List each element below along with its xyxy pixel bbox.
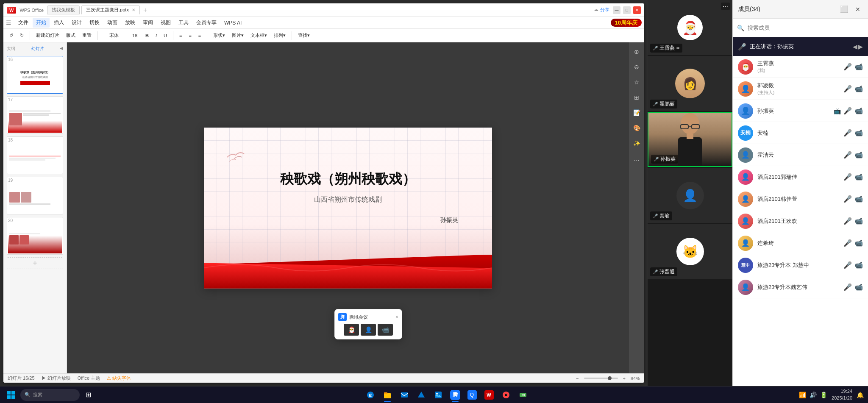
member-video-hotel-guo[interactable]: 📹 — [854, 173, 863, 181]
tb-align-left[interactable]: ≡ — [177, 32, 184, 39]
member-video-wang[interactable]: 📹 — [854, 63, 863, 71]
member-video-hotel-wang[interactable]: 📹 — [854, 217, 863, 225]
slide-thumb-16[interactable]: 16 秧歌戏（朔州秧歌戏） 山西省朔州市传统戏剧 — [7, 56, 63, 94]
add-slide-btn[interactable]: + — [7, 257, 63, 269]
tb-underline[interactable]: U — [161, 32, 170, 39]
rt-zoom-out[interactable]: ⊖ — [631, 61, 643, 73]
member-video-lian[interactable]: 📹 — [854, 239, 863, 247]
wps-restore-btn[interactable]: □ — [623, 6, 631, 14]
edit-icon-wang[interactable]: ✏ — [676, 46, 680, 50]
taskbar-clock[interactable]: 19:24 2025/1/20 — [832, 388, 852, 401]
member-video-sun[interactable]: 📹 — [854, 107, 863, 115]
tb-new-slide[interactable]: 新建幻灯片 — [33, 31, 62, 39]
menu-animation[interactable]: 动画 — [104, 18, 121, 28]
taskbar-search-box[interactable]: 🔍 搜索 — [20, 389, 80, 401]
taskbar-app-edge[interactable] — [363, 387, 378, 403]
tb-italic[interactable]: I — [153, 32, 159, 39]
wps-share-btn[interactable]: 分享 — [600, 7, 609, 13]
taskbar-task-view[interactable]: ⊞ — [81, 388, 95, 402]
member-mic-hotel-guo[interactable]: 🎤 — [843, 173, 852, 181]
taskbar-app-store[interactable] — [414, 387, 429, 403]
rt-animation[interactable]: ✨ — [631, 137, 643, 149]
popup-close-btn[interactable]: × — [395, 314, 398, 320]
wps-tab-pptx[interactable]: 三次课主题党日.pptx ✕ — [81, 6, 140, 14]
slide-thumb-20[interactable]: 20 — [7, 217, 63, 255]
menu-switch[interactable]: 切换 — [86, 18, 103, 28]
arrow-left[interactable]: ◀ — [853, 43, 857, 50]
tb-align-center[interactable]: ≡ — [186, 32, 194, 39]
rt-notes[interactable]: 📝 — [631, 107, 643, 119]
status-font-warning[interactable]: ⚠ 缺失字体 — [107, 375, 131, 381]
member-mic-wei[interactable]: 🎤 — [843, 283, 852, 291]
member-video-guo[interactable]: 📹 — [854, 85, 863, 93]
menu-design[interactable]: 设计 — [68, 18, 85, 28]
rt-zoom-in[interactable]: ⊕ — [631, 46, 643, 58]
panel-collapse[interactable]: ◀ — [60, 46, 63, 52]
member-video-an[interactable]: 📹 — [854, 129, 863, 137]
menu-tools[interactable]: 工具 — [175, 18, 192, 28]
wps-minimize-btn[interactable]: — — [613, 6, 620, 14]
slide-thumb-17[interactable]: 17 — [7, 96, 63, 134]
taskbar-app-photos[interactable] — [431, 387, 446, 403]
member-mic-wang[interactable]: 🎤 — [843, 63, 852, 71]
menu-file[interactable]: 文件 — [15, 18, 32, 28]
slide-thumb-18[interactable]: 18 — [7, 136, 63, 174]
member-mic-lei[interactable]: 🎤 — [843, 151, 852, 159]
wps-hamburger-menu[interactable]: ☰ — [6, 19, 11, 26]
taskbar-start-btn[interactable] — [3, 388, 19, 402]
tb-textbox[interactable]: 文本框▾ — [248, 31, 270, 39]
new-tab-btn[interactable]: + — [143, 6, 147, 14]
rt-layout[interactable]: ⊞ — [631, 92, 643, 103]
panel-outline-tab[interactable]: 大纲 — [7, 46, 15, 52]
rt-theme[interactable]: 🎨 — [631, 122, 643, 134]
member-video-hotel-han[interactable]: 📹 — [854, 195, 863, 203]
taskbar-app-wps[interactable]: W — [481, 387, 497, 403]
tb-reset[interactable]: 重置 — [80, 31, 94, 39]
status-zoom-in[interactable]: + — [623, 376, 626, 381]
video-more-wang[interactable]: ··· — [721, 3, 730, 10]
menu-ai[interactable]: WPS AI — [221, 19, 245, 27]
member-mic-guo[interactable]: 🎤 — [843, 85, 852, 93]
rt-more[interactable]: … — [631, 153, 643, 164]
member-video-zheng[interactable]: 📹 — [854, 261, 863, 269]
menu-insert[interactable]: 插入 — [50, 18, 67, 28]
taskbar-notification-icon[interactable]: 🔔 — [856, 391, 865, 399]
tb-shapes[interactable]: 形状▾ — [211, 31, 228, 39]
tb-font-name[interactable]: 宋体 — [101, 31, 127, 39]
taskbar-battery-icon[interactable]: 🔋 — [819, 391, 828, 399]
tb-arrange[interactable]: 排列▾ — [271, 31, 288, 39]
member-mic-zheng[interactable]: 🎤 — [843, 261, 852, 269]
members-search-input[interactable] — [748, 25, 864, 31]
slide-thumb-19[interactable]: 19 — [7, 177, 63, 214]
wps-close-btn[interactable]: ✕ — [633, 6, 641, 14]
tb-align-right[interactable]: ≡ — [196, 32, 203, 39]
panel-slide-tab[interactable]: 幻灯片 — [31, 46, 44, 52]
menu-view[interactable]: 视图 — [157, 18, 174, 28]
menu-start[interactable]: 开始 — [33, 18, 50, 28]
member-mic-an[interactable]: 🎤 — [843, 129, 852, 137]
rt-star[interactable]: ☆ — [631, 76, 643, 88]
status-zoom-out[interactable]: − — [576, 376, 579, 381]
member-screen-sun[interactable]: 📺 — [834, 108, 841, 114]
member-video-wei[interactable]: 📹 — [854, 283, 863, 291]
member-mic-sun[interactable]: 🎤 — [843, 107, 852, 115]
taskbar-app-tencent-meeting[interactable]: 腾 — [448, 387, 463, 403]
wps-tab-close[interactable]: ✕ — [132, 8, 135, 12]
tb-redo[interactable]: ↻ — [17, 32, 26, 39]
tb-image[interactable]: 图片▾ — [229, 31, 246, 39]
taskbar-app-music[interactable] — [498, 387, 514, 403]
member-mic-hotel-han[interactable]: 🎤 — [843, 195, 852, 203]
member-mic-lian[interactable]: 🎤 — [843, 239, 852, 247]
slide-panel[interactable]: 大纲 幻灯片 ◀ 16 秧歌戏（朔州秧歌戏） 山西省朔州市传统戏剧 — [3, 42, 67, 373]
taskbar-network-icon[interactable]: 📶 — [798, 391, 807, 399]
members-close-btn[interactable]: ✕ — [853, 4, 863, 14]
menu-slideshow[interactable]: 放映 — [122, 18, 139, 28]
slide-canvas[interactable]: 秧歌戏（朔州秧歌戏） 山西省朔州市传统戏剧 孙振英 — [67, 42, 629, 373]
member-mic-hotel-wang[interactable]: 🎤 — [843, 217, 852, 225]
menu-vip[interactable]: 会员专享 — [193, 18, 220, 28]
taskbar-app-game[interactable] — [515, 387, 531, 403]
taskbar-app-explorer[interactable] — [380, 387, 395, 403]
menu-review[interactable]: 审阅 — [139, 18, 156, 28]
members-expand-btn[interactable]: ⬜ — [839, 4, 849, 14]
wps-tab-templates[interactable]: 找我免模板 — [47, 6, 80, 14]
